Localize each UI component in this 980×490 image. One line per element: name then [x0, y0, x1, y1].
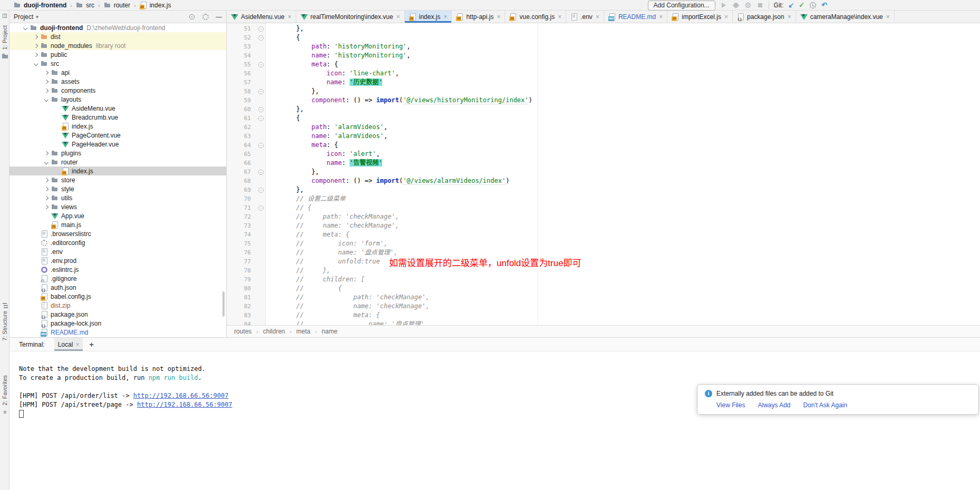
tree-item-package-lock-json[interactable]: package-lock.json [9, 319, 226, 328]
terminal-tab-local[interactable]: Local × [54, 338, 83, 351]
tree-item-assets[interactable]: assets [9, 77, 226, 86]
close-icon[interactable]: × [596, 13, 599, 21]
chevron-right-icon[interactable] [43, 150, 50, 156]
run-icon[interactable] [720, 2, 727, 9]
project-panel-title[interactable]: Project [14, 13, 33, 21]
tree-item-duoji-frontend[interactable]: duoji-frontendD:\zheheWeb\duoji-frontend [9, 23, 226, 32]
add-configuration-button[interactable]: Add Configuration... [648, 1, 715, 11]
tree-item-pagecontent-vue[interactable]: PageContent.vue [9, 131, 226, 140]
gear-icon[interactable] [202, 13, 209, 21]
close-icon[interactable]: × [75, 341, 79, 348]
notification-action-don-t-ask-again[interactable]: Don't Ask Again [803, 401, 848, 409]
tab-asidemenu-vue[interactable]: AsideMenu.vue× [227, 11, 296, 23]
tree-item-api[interactable]: api [9, 68, 226, 77]
tree-item-layouts[interactable]: layouts [9, 95, 226, 104]
chevron-right-icon[interactable] [43, 79, 50, 85]
tab-index-js[interactable]: index.js× [405, 11, 452, 23]
close-icon[interactable]: × [724, 13, 728, 21]
tool-stripe-favorites[interactable]: 2: Favorites [0, 375, 9, 416]
tab-env[interactable]: .env× [566, 11, 604, 23]
hide-panel-icon[interactable]: — [216, 13, 222, 21]
tree-item-style[interactable]: style [9, 184, 226, 193]
fold-marker-icon[interactable] [256, 33, 265, 42]
tree-scrollbar[interactable] [222, 291, 225, 317]
breadcrumb-file[interactable]: index.js [140, 2, 171, 9]
new-terminal-icon[interactable]: + [89, 340, 93, 349]
git-update-icon[interactable]: ↙ [788, 2, 794, 9]
close-icon[interactable]: × [497, 13, 500, 21]
close-icon[interactable]: × [558, 13, 561, 21]
tree-item-readme-md[interactable]: README.md [9, 328, 226, 337]
tree-item-gitignore[interactable]: .gitignore [9, 274, 226, 283]
tree-item-public[interactable]: public [9, 50, 226, 59]
git-commit-icon[interactable]: ✓ [799, 2, 804, 9]
chevron-down-icon[interactable] [33, 61, 39, 67]
notification-action-view-files[interactable]: View Files [716, 401, 745, 409]
profiler-icon[interactable] [744, 2, 752, 9]
stop-icon[interactable] [756, 2, 764, 9]
tree-item-browserslistrc[interactable]: .browserslistrc [9, 229, 226, 238]
chevron-right-icon[interactable] [43, 186, 50, 192]
chevron-right-icon[interactable] [43, 70, 50, 76]
close-icon[interactable]: × [788, 13, 791, 21]
tab-importexcel-js[interactable]: importExcel.js× [667, 11, 733, 23]
tree-item-eslintrc-js[interactable]: .eslintrc.js [9, 265, 226, 274]
close-icon[interactable]: × [396, 13, 400, 21]
terminal-output[interactable]: Note that the development build is not o… [9, 351, 980, 490]
chevron-down-icon[interactable] [22, 25, 28, 31]
tree-item-node-modules[interactable]: node_moduleslibrary root [9, 41, 226, 50]
breadcrumb-name[interactable]: name [322, 328, 337, 335]
tree-item-package-json[interactable]: package.json [9, 310, 226, 319]
close-icon[interactable]: × [659, 13, 663, 21]
code-editor[interactable]: 5152535455565758596061626364656667686970… [227, 23, 980, 325]
tool-window-switcher[interactable] [0, 13, 9, 19]
fold-marker-icon[interactable] [256, 114, 265, 123]
tree-item-dist-zip[interactable]: dist.zip [9, 301, 226, 310]
fold-marker-icon[interactable] [256, 141, 265, 150]
tree-item-env[interactable]: .env [9, 247, 226, 256]
tree-item-app-vue[interactable]: App.vue [9, 211, 226, 220]
tree-item-dist[interactable]: dist [9, 32, 226, 41]
tab-cameramanage-index-vue[interactable]: cameraManage\index.vue× [796, 11, 895, 23]
notification-action-always-add[interactable]: Always Add [758, 401, 790, 409]
breadcrumb-meta[interactable]: meta [296, 328, 311, 335]
close-icon[interactable]: × [443, 13, 447, 21]
chevron-down-icon[interactable] [43, 159, 50, 165]
fold-marker-icon[interactable] [256, 105, 265, 114]
fold-marker-icon[interactable] [256, 60, 265, 69]
chevron-right-icon[interactable] [43, 177, 50, 183]
tree-item-breadcrumb-vue[interactable]: Breadcrumb.vue [9, 113, 226, 122]
tree-item-editorconfig[interactable]: .editorconfig [9, 238, 226, 247]
chevron-right-icon[interactable] [33, 43, 39, 49]
tree-item-components[interactable]: components [9, 86, 226, 95]
terminal-link[interactable]: http://192.168.66.56:9007 [137, 401, 232, 408]
breadcrumb-routes[interactable]: routes [234, 328, 251, 335]
tab-package-json[interactable]: package.json× [733, 11, 796, 23]
history-icon[interactable] [809, 2, 817, 9]
locate-file-icon[interactable] [188, 13, 196, 21]
tree-item-main-js[interactable]: main.js [9, 220, 226, 229]
tree-item-src[interactable]: src [9, 59, 226, 68]
breadcrumb-children[interactable]: children [263, 328, 285, 335]
tree-item-auth-json[interactable]: auth.json [9, 283, 226, 292]
tree-item-env-prod[interactable]: .env.prod [9, 256, 226, 265]
fold-marker-icon[interactable] [256, 203, 265, 212]
tree-item-index-js[interactable]: index.js [9, 122, 226, 131]
chevron-right-icon[interactable] [43, 87, 50, 94]
close-icon[interactable]: × [288, 13, 292, 21]
breadcrumb-router[interactable]: router [104, 2, 130, 9]
tree-item-plugins[interactable]: plugins [9, 149, 226, 158]
tool-stripe-structure[interactable]: 7: Structure [0, 301, 9, 341]
tree-item-index-js[interactable]: index.js [9, 166, 226, 175]
tree-item-views[interactable]: views [9, 202, 226, 211]
debug-icon[interactable] [732, 2, 740, 9]
tree-item-router[interactable]: router [9, 158, 226, 166]
fold-marker-icon[interactable] [256, 185, 265, 194]
tree-item-pageheader-vue[interactable]: PageHeader.vue [9, 140, 226, 149]
chevron-down-icon[interactable] [43, 96, 50, 103]
tab-realtimemonitoring-index-vue[interactable]: realTimeMonitoring\index.vue× [296, 11, 405, 23]
fold-marker-icon[interactable] [256, 24, 265, 33]
breadcrumb-src[interactable]: src [76, 2, 94, 9]
tab-http-api-js[interactable]: http-api.js× [452, 11, 505, 23]
tool-stripe-project[interactable]: 1: Project [0, 25, 9, 59]
